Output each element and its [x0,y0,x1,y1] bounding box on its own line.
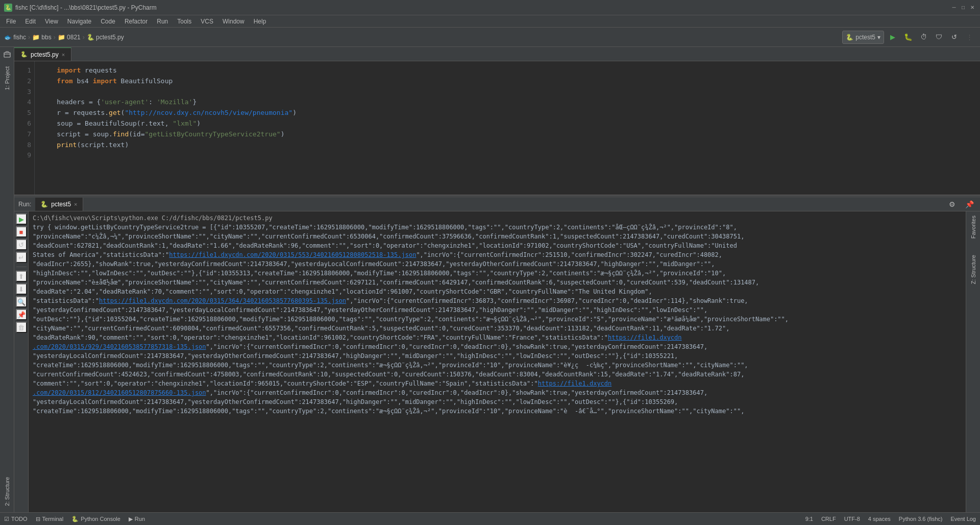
link-fra-1[interactable]: https://file1.dxycdn [608,334,682,341]
indent-item[interactable]: 4 spaces [868,516,891,522]
todo-icon: ☑ [4,516,9,522]
run-config-label: pctest5 [855,34,875,41]
status-bar: ☑ TODO ⊟ Terminal 🐍 Python Console ▶ Run… [0,512,980,525]
run-play-button[interactable]: ▶ [16,213,27,225]
event-log-label: Event Log [950,516,976,522]
menu-file[interactable]: File [2,17,20,26]
menu-run[interactable]: Run [153,17,172,26]
window-title: fishc [C:\d\fishc] - ...\bbs\0821\pctest… [15,4,157,11]
profile-button[interactable]: ⏱ [917,31,930,44]
terminal-item[interactable]: ⊟ Terminal [36,516,64,522]
menu-navigate[interactable]: Navigate [63,17,95,26]
link-usa[interactable]: https://file1.dxycdn.com/2020/0315/553/3… [169,251,416,258]
menu-vcs[interactable]: VCS [197,17,217,26]
python-console-icon: 🐍 [71,516,79,522]
encoding-label: UTF-8 [844,516,860,522]
run-scroll-up[interactable]: ⬆ [16,271,27,282]
terminal-label: Terminal [42,516,64,522]
position-item[interactable]: 9:1 [805,516,813,522]
run-filter-button[interactable]: 🔍 [16,296,27,307]
run-settings-button[interactable]: ⚙ [945,198,959,211]
run-trash-button[interactable]: 🗑 [16,322,27,333]
run-config-arrow: ▾ [877,34,880,41]
project-label[interactable]: 1: Project [4,66,10,90]
coverage-button[interactable]: 🛡 [932,31,945,44]
menu-edit[interactable]: Edit [21,17,40,26]
run-status-icon: ▶ [129,516,133,522]
breadcrumb: 🐟 fishc › 📁 bbs › 📁 0821 › 🐍 pctest5.py [4,34,124,41]
run-status-label: Run [135,516,145,522]
tab-bar: 🐍 pctest5.py × [14,47,980,61]
run-command: C:\d\fishc\venv\Scripts\python.exe C:/d/… [33,213,962,223]
indent-label: 4 spaces [868,516,891,522]
breadcrumb-0821[interactable]: 📁 0821 [58,34,81,41]
python-console-label: Python Console [81,516,120,522]
tab-close-button[interactable]: × [62,52,65,58]
rerun-button[interactable]: ↺ [947,31,961,44]
run-rerun-button[interactable]: ↺ [16,239,27,250]
code-editor[interactable]: 1 2 3 4 5 6 7 8 9 import requests from b… [14,61,980,195]
z-structure-tab[interactable]: Z: Structure [969,253,977,286]
outer-layout: 1: Project 2: Structure 🐍 pctest5.py × 1… [0,47,980,512]
run-output[interactable]: C:\d\fishc\venv\Scripts\python.exe C:/d/… [29,211,966,512]
tab-icon: 🐍 [20,51,28,58]
python-version-label: Python 3.6 (fishc) [899,516,943,522]
window-controls: ─ □ ✕ [950,4,976,11]
run-content-wrapper: ▶ ■ ↺ ↵ ⬆ ⬇ 🔍 📌 🗑 C:\d\fishc\venv\Script… [14,211,980,512]
link-esp-1[interactable]: https://file1.dxycdn [538,380,612,387]
run-wrap-button[interactable]: ↵ [16,252,27,263]
terminal-icon: ⊟ [36,516,40,522]
run-pin2-button[interactable]: 📌 [16,309,27,320]
run-config-select[interactable]: 🐍 pctest5 ▾ [842,31,884,44]
line-sep-item[interactable]: CRLF [821,516,836,522]
python-version-item[interactable]: Python 3.6 (fishc) [899,516,943,522]
menu-code[interactable]: Code [96,17,119,26]
minimize-button[interactable]: ─ [950,4,958,11]
inner-layout: 🐍 pctest5.py × 1 2 3 4 5 6 7 8 9 [14,47,980,512]
run-scroll-down[interactable]: ⬇ [16,283,27,295]
run-status-item[interactable]: ▶ Run [129,516,145,522]
run-tab-pctest5[interactable]: 🐍 pctest5 × [35,198,83,211]
debug-button[interactable]: 🐛 [901,31,915,44]
run-output-text: try { window.getListByCountryTypeService… [33,223,962,416]
structure-label[interactable]: 2: Structure [4,477,10,506]
run-button[interactable]: ▶ [886,31,899,44]
code-content[interactable]: import requests from bs4 import Beautifu… [35,61,980,195]
link-fra-2[interactable]: .com/2020/0315/929/3402160538577857318-1… [33,343,206,350]
editor-section: 🐍 pctest5.py × 1 2 3 4 5 6 7 8 9 [14,47,980,195]
close-button[interactable]: ✕ [969,4,976,11]
menu-window[interactable]: Window [218,17,249,26]
breadcrumb-bbs[interactable]: 📁 bbs [32,34,52,41]
app-icon: 🐍 [4,4,12,12]
editor-tab-pctest5[interactable]: 🐍 pctest5.py × [14,47,71,61]
run-tab-close[interactable]: × [74,201,77,207]
favorites-tab[interactable]: Favorites [969,213,977,241]
line-numbers: 1 2 3 4 5 6 7 8 9 [14,61,35,195]
menu-refactor[interactable]: Refactor [120,17,152,26]
run-section: Run: 🐍 pctest5 × ⚙ 📌 ▶ ■ ↺ ↵ ⬆ [14,197,980,512]
run-tab-icon: 🐍 [40,201,48,208]
menu-help[interactable]: Help [250,17,271,26]
far-left-panel: 1: Project 2: Structure [0,47,14,512]
maximize-button[interactable]: □ [960,4,967,11]
run-tab-label: pctest5 [51,201,71,208]
link-esp-2[interactable]: .com/2020/0315/812/3402160512807875660-1… [33,389,206,396]
menu-bar: File Edit View Navigate Code Refactor Ru… [0,15,980,28]
run-pin-button[interactable]: 📌 [963,198,976,211]
menu-view[interactable]: View [41,17,62,26]
link-gbr[interactable]: https://file1.dxycdn.com/2020/0315/364/3… [99,297,346,304]
more-button[interactable]: ⋮ [963,31,976,44]
project-tab-icon[interactable] [2,49,13,60]
breadcrumb-fishc[interactable]: 🐟 fishc [4,34,26,41]
run-stop-button[interactable]: ■ [16,226,27,237]
menu-tools[interactable]: Tools [173,17,195,26]
toolbar: 🐟 fishc › 📁 bbs › 📁 0821 › 🐍 pctest5.py … [0,28,980,47]
encoding-item[interactable]: UTF-8 [844,516,860,522]
breadcrumb-file[interactable]: 🐍 pctest5.py [87,34,124,41]
todo-item[interactable]: ☑ TODO [4,516,28,522]
line-sep-label: CRLF [821,516,836,522]
run-panel-header: Run: 🐍 pctest5 × ⚙ 📌 [14,197,980,211]
python-console-item[interactable]: 🐍 Python Console [71,516,120,522]
position-label: 9:1 [805,516,813,522]
event-log-item[interactable]: Event Log [950,516,976,522]
